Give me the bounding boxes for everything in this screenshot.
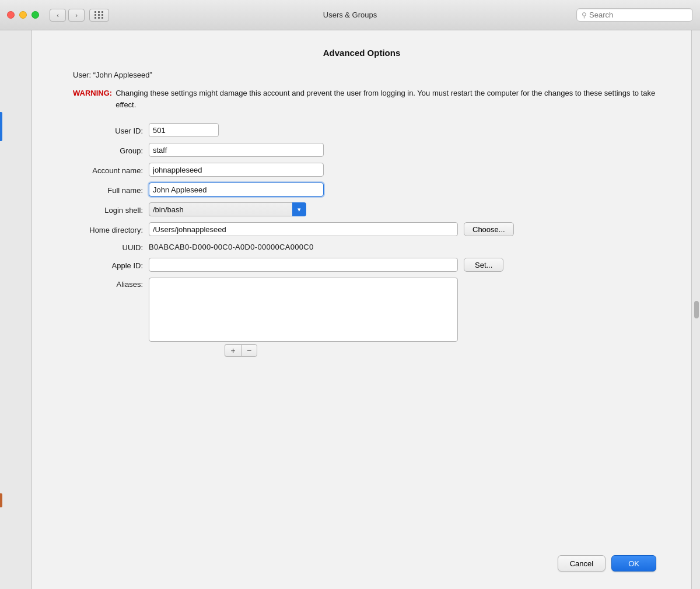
user-id-input[interactable]	[149, 123, 219, 137]
uuid-row: UUID: B0ABCAB0-D000-00C0-A0D0-00000CA000…	[67, 242, 656, 252]
user-id-row: User ID:	[67, 123, 656, 137]
login-shell-row: Login shell: /bin/bash /bin/zsh /bin/sh …	[67, 202, 656, 216]
login-shell-select-wrap: /bin/bash /bin/zsh /bin/sh /usr/bin/fals…	[149, 202, 306, 216]
grid-button[interactable]	[89, 9, 109, 22]
full-name-label: Full name:	[67, 185, 143, 195]
group-input[interactable]	[149, 143, 324, 157]
group-row: Group:	[67, 143, 656, 157]
uuid-value: B0ABCAB0-D000-00C0-A0D0-00000CA000C0	[149, 243, 314, 251]
dialog-title: Advanced Options	[67, 48, 656, 58]
uuid-label: UUID:	[67, 242, 143, 252]
login-shell-select[interactable]: /bin/bash /bin/zsh /bin/sh /usr/bin/fals…	[149, 202, 306, 216]
titlebar: ‹ › Users & Groups ⚲	[0, 0, 700, 30]
home-directory-input[interactable]	[149, 222, 458, 236]
dialog-panel: Advanced Options User: “John Appleseed” …	[32, 30, 691, 589]
home-directory-label: Home directory:	[67, 225, 143, 234]
scroll-thumb[interactable]	[694, 301, 699, 318]
warning-label: WARNING:	[73, 87, 112, 110]
add-alias-button[interactable]: +	[225, 344, 241, 357]
forward-button[interactable]: ›	[68, 9, 85, 22]
cancel-button[interactable]: Cancel	[558, 555, 606, 572]
warning-text: Changing these settings might damage thi…	[116, 87, 656, 110]
traffic-lights	[7, 11, 39, 19]
search-icon: ⚲	[582, 11, 587, 19]
search-input[interactable]	[589, 10, 688, 19]
user-id-label: User ID:	[67, 125, 143, 135]
user-label: User: “John Appleseed”	[67, 71, 656, 79]
sidebar	[0, 30, 32, 589]
aliases-row: Aliases:	[67, 278, 656, 342]
account-name-row: Account name:	[67, 163, 656, 177]
sidebar-blue-indicator	[0, 112, 2, 141]
warning-block: WARNING: Changing these settings might d…	[67, 87, 656, 110]
apple-id-row: Apple ID: Set...	[67, 258, 656, 272]
choose-button[interactable]: Choose...	[464, 222, 514, 236]
ok-button[interactable]: OK	[611, 555, 656, 572]
aliases-label: Aliases:	[67, 278, 143, 289]
back-button[interactable]: ‹	[50, 9, 66, 22]
full-name-input[interactable]	[149, 183, 324, 197]
login-shell-label: Login shell:	[67, 205, 143, 215]
sidebar-orange-indicator	[0, 493, 2, 507]
apple-id-input[interactable]	[149, 258, 458, 272]
home-directory-row: Home directory: Choose...	[67, 222, 656, 236]
account-name-input[interactable]	[149, 163, 324, 177]
grid-icon	[94, 11, 104, 19]
main-area: Advanced Options User: “John Appleseed” …	[0, 30, 700, 589]
minimize-button[interactable]	[19, 11, 27, 19]
form-section: User ID: Group: Account name: Full name:…	[67, 123, 656, 342]
add-remove-row: + −	[67, 344, 656, 357]
full-name-row: Full name:	[67, 183, 656, 197]
scrollbar[interactable]	[691, 30, 700, 589]
account-name-label: Account name:	[67, 165, 143, 175]
close-button[interactable]	[7, 11, 15, 19]
aliases-textarea[interactable]	[149, 278, 458, 342]
remove-alias-button[interactable]: −	[241, 344, 257, 357]
group-label: Group:	[67, 145, 143, 155]
window-title: Users & Groups	[323, 10, 377, 19]
search-bar: ⚲	[576, 8, 693, 22]
apple-id-label: Apple ID:	[67, 260, 143, 270]
bottom-buttons: Cancel OK	[67, 544, 656, 572]
nav-buttons: ‹ ›	[50, 9, 85, 22]
maximize-button[interactable]	[32, 11, 39, 19]
set-button[interactable]: Set...	[464, 258, 503, 272]
